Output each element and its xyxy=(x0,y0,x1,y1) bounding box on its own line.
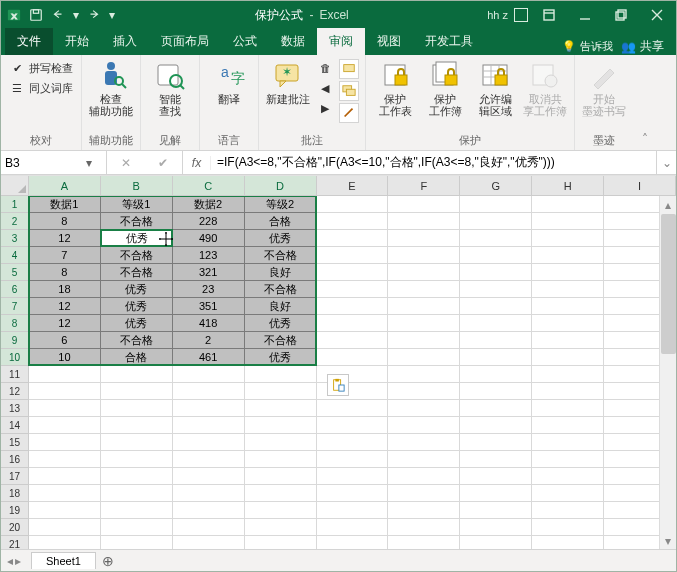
row-header-9[interactable]: 9 xyxy=(1,332,29,349)
cell-A19[interactable] xyxy=(29,502,101,519)
cell-E21[interactable] xyxy=(317,536,389,549)
cell-F15[interactable] xyxy=(388,434,460,451)
cell-C4[interactable]: 123 xyxy=(173,247,245,264)
sheet-nav-prev[interactable]: ◂ xyxy=(7,554,13,568)
cell-C17[interactable] xyxy=(173,468,245,485)
cell-A15[interactable] xyxy=(29,434,101,451)
cell-H5[interactable] xyxy=(532,264,604,281)
user-account[interactable]: hh z xyxy=(487,8,528,22)
cell-D1[interactable]: 等级2 xyxy=(245,196,317,213)
cell-G13[interactable] xyxy=(460,400,532,417)
cell-D7[interactable]: 良好 xyxy=(245,298,317,315)
cell-F8[interactable] xyxy=(388,315,460,332)
row-header-13[interactable]: 13 xyxy=(1,400,29,417)
cell-B21[interactable] xyxy=(101,536,173,549)
cell-G16[interactable] xyxy=(460,451,532,468)
tab-formulas[interactable]: 公式 xyxy=(221,28,269,55)
cell-D20[interactable] xyxy=(245,519,317,536)
cell-C15[interactable] xyxy=(173,434,245,451)
cell-C13[interactable] xyxy=(173,400,245,417)
name-box-input[interactable] xyxy=(1,156,81,170)
column-header-H[interactable]: H xyxy=(532,176,604,195)
cell-F17[interactable] xyxy=(388,468,460,485)
undo-button[interactable] xyxy=(49,6,67,24)
cell-H1[interactable] xyxy=(532,196,604,213)
tell-me[interactable]: 💡告诉我 xyxy=(562,39,613,54)
cell-C18[interactable] xyxy=(173,485,245,502)
check-accessibility-button[interactable]: 检查辅助功能 xyxy=(88,57,134,117)
cell-E14[interactable] xyxy=(317,417,389,434)
cell-H20[interactable] xyxy=(532,519,604,536)
cell-F9[interactable] xyxy=(388,332,460,349)
next-comment-button[interactable]: ▶ xyxy=(315,99,335,117)
tab-file[interactable]: 文件 xyxy=(5,28,53,55)
cell-D19[interactable] xyxy=(245,502,317,519)
show-all-comments-button[interactable] xyxy=(339,81,359,101)
cell-G10[interactable] xyxy=(460,349,532,366)
sheet-tab-sheet1[interactable]: Sheet1 xyxy=(31,552,96,569)
cell-H15[interactable] xyxy=(532,434,604,451)
redo-button[interactable] xyxy=(85,6,103,24)
sheet-nav-next[interactable]: ▸ xyxy=(15,554,21,568)
scroll-thumb[interactable] xyxy=(661,214,676,354)
expand-formula-bar[interactable]: ⌄ xyxy=(656,151,676,174)
cell-A7[interactable]: 12 xyxy=(29,298,101,315)
cell-B1[interactable]: 等级1 xyxy=(101,196,173,213)
cell-D14[interactable] xyxy=(245,417,317,434)
show-comment-button[interactable] xyxy=(339,59,359,79)
cell-F12[interactable] xyxy=(388,383,460,400)
cell-F6[interactable] xyxy=(388,281,460,298)
column-header-C[interactable]: C xyxy=(173,176,245,195)
row-header-6[interactable]: 6 xyxy=(1,281,29,298)
cell-G5[interactable] xyxy=(460,264,532,281)
protect-workbook-button[interactable]: 保护工作簿 xyxy=(422,57,468,117)
select-all-corner[interactable] xyxy=(1,176,29,195)
cell-A8[interactable]: 12 xyxy=(29,315,101,332)
tab-view[interactable]: 视图 xyxy=(365,28,413,55)
cell-F4[interactable] xyxy=(388,247,460,264)
row-header-21[interactable]: 21 xyxy=(1,536,29,549)
cell-E9[interactable] xyxy=(317,332,389,349)
cell-G9[interactable] xyxy=(460,332,532,349)
cell-H21[interactable] xyxy=(532,536,604,549)
cell-G12[interactable] xyxy=(460,383,532,400)
name-box-dropdown[interactable]: ▾ xyxy=(81,156,97,170)
cell-E18[interactable] xyxy=(317,485,389,502)
cell-B13[interactable] xyxy=(101,400,173,417)
row-header-14[interactable]: 14 xyxy=(1,417,29,434)
scroll-up-button[interactable]: ▴ xyxy=(660,196,676,213)
tab-home[interactable]: 开始 xyxy=(53,28,101,55)
cell-C16[interactable] xyxy=(173,451,245,468)
paste-options-button[interactable] xyxy=(327,374,349,396)
cell-C20[interactable] xyxy=(173,519,245,536)
scroll-down-button[interactable]: ▾ xyxy=(660,532,676,549)
cell-C12[interactable] xyxy=(173,383,245,400)
cell-A4[interactable]: 7 xyxy=(29,247,101,264)
cell-B15[interactable] xyxy=(101,434,173,451)
cell-B14[interactable] xyxy=(101,417,173,434)
share-button[interactable]: 👥共享 xyxy=(621,38,664,55)
cell-G2[interactable] xyxy=(460,213,532,230)
row-header-3[interactable]: 3 xyxy=(1,230,29,247)
cell-D21[interactable] xyxy=(245,536,317,549)
translate-button[interactable]: a字 翻译 xyxy=(206,57,252,105)
cell-B16[interactable] xyxy=(101,451,173,468)
cell-G4[interactable] xyxy=(460,247,532,264)
formula-input[interactable] xyxy=(211,156,656,170)
cell-F19[interactable] xyxy=(388,502,460,519)
cell-H13[interactable] xyxy=(532,400,604,417)
cell-F1[interactable] xyxy=(388,196,460,213)
cell-C5[interactable]: 321 xyxy=(173,264,245,281)
cell-A18[interactable] xyxy=(29,485,101,502)
cell-E13[interactable] xyxy=(317,400,389,417)
cell-E4[interactable] xyxy=(317,247,389,264)
cell-H18[interactable] xyxy=(532,485,604,502)
cell-F3[interactable] xyxy=(388,230,460,247)
cell-D3[interactable]: 优秀 xyxy=(245,230,317,247)
protect-sheet-button[interactable]: 保护工作表 xyxy=(372,57,418,117)
column-header-F[interactable]: F xyxy=(388,176,460,195)
cell-E16[interactable] xyxy=(317,451,389,468)
cell-C6[interactable]: 23 xyxy=(173,281,245,298)
cell-C8[interactable]: 418 xyxy=(173,315,245,332)
cell-D16[interactable] xyxy=(245,451,317,468)
